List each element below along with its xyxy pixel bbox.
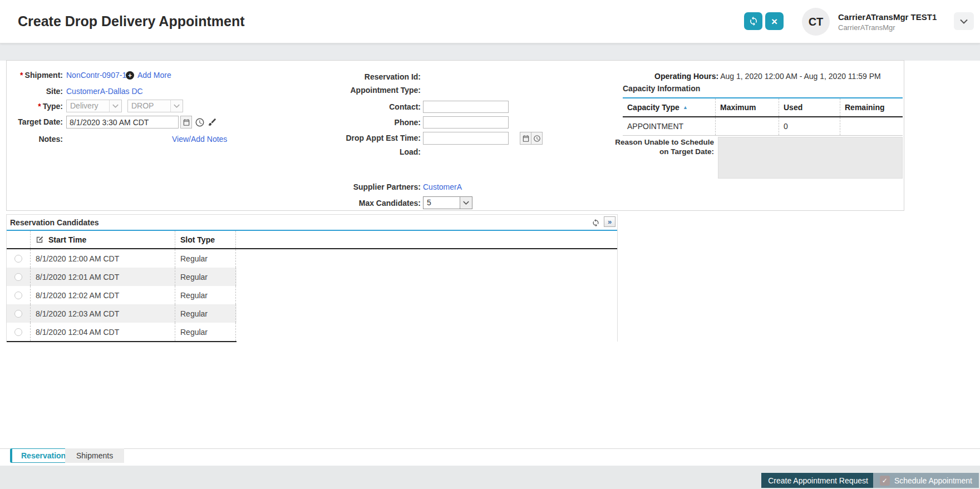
- top-bar: Create Drop Delivery Appointment × CT Ca…: [0, 0, 980, 43]
- operating-hours-label: Operating Hours:: [654, 72, 718, 81]
- close-icon: ×: [771, 16, 777, 27]
- target-date-input[interactable]: [66, 116, 179, 129]
- table-row[interactable]: 8/1/2020 12:03 AM CDT Regular: [7, 304, 237, 323]
- operating-hours-value: Aug 1, 2020 12:00 AM - Aug 1, 2020 11:59…: [720, 72, 881, 81]
- capacity-table-header: Capacity Type ▲ Maximum Used Remaining: [623, 98, 903, 117]
- start-time-column-header[interactable]: Start Time: [30, 231, 175, 248]
- notes-label: Notes:: [7, 132, 63, 146]
- add-more-link[interactable]: Add More: [137, 68, 171, 82]
- sync-icon: [748, 16, 759, 26]
- max-candidates-label: Max Candidates:: [274, 196, 421, 210]
- tab-shipments[interactable]: Shipments: [65, 448, 124, 463]
- candidates-table: Start Time Slot Type 8/1/2020 12:00 AM C…: [7, 230, 617, 342]
- chevron-down-icon: [460, 197, 472, 209]
- site-label: Site:: [7, 85, 63, 98]
- start-time-cell: 8/1/2020 12:02 AM CDT: [30, 286, 175, 304]
- row-radio-button[interactable]: [14, 310, 22, 318]
- capacity-table: Capacity Type ▲ Maximum Used Remaining A…: [623, 97, 903, 136]
- phone-label: Phone:: [274, 116, 421, 129]
- row-radio-button[interactable]: [14, 328, 22, 336]
- schedule-appointment-button[interactable]: ✓ Schedule Appointment: [873, 473, 979, 488]
- slot-type-column-header[interactable]: Slot Type: [175, 231, 236, 248]
- used-column-header: Used: [779, 98, 840, 116]
- capacity-type-column-header[interactable]: Capacity Type ▲: [623, 98, 715, 116]
- start-time-cell: 8/1/2020 12:04 AM CDT: [30, 323, 175, 341]
- capacity-information-title: Capacity Information: [623, 84, 700, 93]
- reason-unable-label: Reason Unable to Schedule on Target Date…: [563, 137, 714, 156]
- maximum-cell: [715, 117, 779, 135]
- contact-label: Contact:: [274, 100, 421, 113]
- chevron-down-icon: [960, 19, 968, 24]
- header-divider-band: [0, 43, 980, 61]
- used-cell: 0: [779, 117, 840, 135]
- phone-input[interactable]: [423, 116, 509, 129]
- expand-panel-icon[interactable]: »: [604, 216, 615, 227]
- clock-icon[interactable]: [194, 117, 205, 127]
- reservation-candidates-title: Reservation Candidates: [10, 218, 99, 227]
- row-radio-button[interactable]: [14, 292, 22, 299]
- contact-input[interactable]: [423, 101, 509, 113]
- clock-icon[interactable]: [531, 132, 543, 145]
- add-more-plus-icon[interactable]: +: [126, 71, 134, 80]
- start-time-cell: 8/1/2020 12:00 AM CDT: [30, 249, 175, 268]
- table-row[interactable]: 8/1/2020 12:01 AM CDT Regular: [7, 268, 237, 286]
- operating-hours: Operating Hours: Aug 1, 2020 12:00 AM - …: [654, 70, 881, 83]
- refresh-candidates-icon[interactable]: [592, 219, 600, 227]
- slot-type-cell: Regular: [175, 249, 236, 268]
- tabs-divider: [0, 448, 980, 449]
- refresh-button[interactable]: [744, 12, 762, 30]
- type-subtype-select: DROP: [127, 100, 183, 112]
- table-row[interactable]: 8/1/2020 12:04 AM CDT Regular: [7, 323, 237, 341]
- supplier-partners-link[interactable]: CustomerA: [423, 180, 462, 194]
- capacity-type-cell: APPOINTMENT: [623, 117, 715, 135]
- supplier-partners-label: Supplier Partners:: [274, 180, 421, 194]
- calendar-icon[interactable]: [180, 116, 192, 129]
- view-add-notes-link[interactable]: View/Add Notes: [172, 132, 227, 146]
- chevron-down-icon: [170, 100, 183, 112]
- reservation-candidates-panel: Reservation Candidates » Start Time Slot…: [6, 214, 618, 342]
- slot-type-cell: Regular: [175, 286, 236, 304]
- appointment-type-label: Appointment Type:: [274, 83, 421, 97]
- site-link[interactable]: CustomerA-Dallas DC: [66, 85, 143, 98]
- drop-appt-est-time-input[interactable]: [423, 132, 509, 145]
- candidates-rows: 8/1/2020 12:00 AM CDT Regular 8/1/2020 1…: [7, 249, 237, 342]
- edit-icon[interactable]: [36, 235, 44, 244]
- start-time-cell: 8/1/2020 12:03 AM CDT: [30, 304, 175, 323]
- slot-type-cell: Regular: [175, 304, 236, 323]
- reservation-id-label: Reservation Id:: [274, 70, 421, 83]
- shipment-label: *Shipment:: [7, 68, 63, 82]
- candidates-table-header: Start Time Slot Type: [7, 231, 617, 249]
- user-menu-button[interactable]: [954, 12, 974, 30]
- maximum-column-header: Maximum: [715, 98, 779, 116]
- start-time-cell: 8/1/2020 12:01 AM CDT: [30, 268, 175, 286]
- create-appointment-request-button[interactable]: Create Appointment Request: [761, 473, 875, 488]
- user-name: CarrierATransMgr TEST1: [838, 12, 937, 22]
- appointment-form-panel: *Shipment: NonContr-0907-1 + Add More Si…: [6, 60, 904, 211]
- target-date-label: Target Date:: [7, 115, 63, 129]
- avatar: CT: [802, 8, 830, 36]
- table-row: APPOINTMENT 0: [623, 117, 903, 136]
- shipment-link[interactable]: NonContr-0907-1: [66, 68, 126, 82]
- sort-ascending-icon: ▲: [683, 105, 688, 110]
- page-title: Create Drop Delivery Appointment: [18, 13, 244, 29]
- drop-appt-est-time-label: Drop Appt Est Time:: [274, 131, 421, 145]
- chevron-down-icon: [109, 100, 121, 112]
- type-mode-select: Delivery: [66, 100, 122, 112]
- calendar-icon[interactable]: [520, 132, 531, 145]
- row-radio-button[interactable]: [14, 255, 22, 263]
- slot-type-cell: Regular: [175, 268, 236, 286]
- type-label: *Type:: [7, 100, 63, 113]
- table-row[interactable]: 8/1/2020 12:02 AM CDT Regular: [7, 286, 237, 304]
- radio-column-header: [7, 231, 30, 248]
- check-icon: ✓: [880, 476, 890, 486]
- slot-type-cell: Regular: [175, 323, 236, 341]
- reason-unable-textarea: [718, 137, 903, 179]
- load-label: Load:: [274, 145, 421, 159]
- close-button[interactable]: ×: [765, 12, 784, 30]
- clear-brush-icon[interactable]: [207, 117, 217, 127]
- row-radio-button[interactable]: [14, 273, 22, 281]
- table-row[interactable]: 8/1/2020 12:00 AM CDT Regular: [7, 249, 237, 268]
- remaining-column-header: Remaining: [840, 98, 903, 116]
- empty-column-header: [236, 231, 617, 248]
- max-candidates-select[interactable]: 5: [423, 196, 472, 209]
